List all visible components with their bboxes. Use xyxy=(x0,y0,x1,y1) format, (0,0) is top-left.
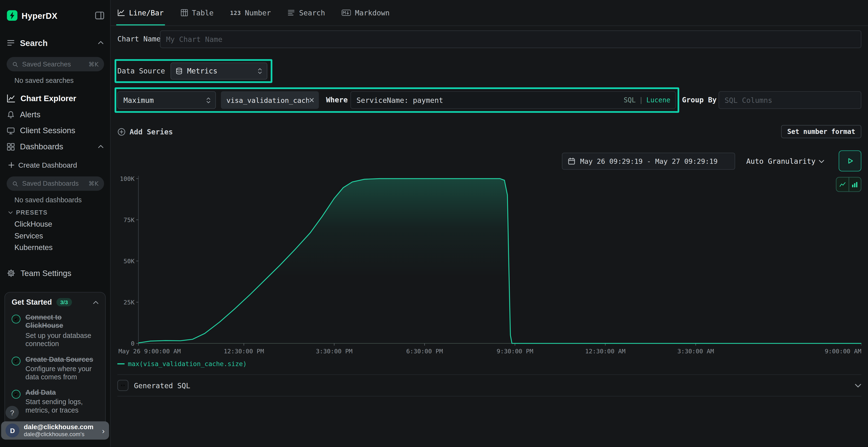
x-tick-label: 12:30:00 PM xyxy=(224,348,264,355)
check-circle-icon xyxy=(11,390,21,399)
lucene-mode-toggle[interactable]: Lucene xyxy=(646,96,671,104)
tab-label: Line/Bar xyxy=(129,9,164,17)
create-dashboard-button[interactable]: Create Dashboard xyxy=(8,160,77,170)
sidebar-item-label: Client Sessions xyxy=(20,126,75,135)
saved-dashboards-placeholder: Saved Dashboards xyxy=(22,180,79,187)
saved-searches-input[interactable]: Saved Searches ⌘K xyxy=(7,57,104,71)
search-section-header[interactable]: Search xyxy=(7,37,104,49)
sidebar-item-client-sessions[interactable]: Client Sessions xyxy=(7,125,104,137)
brand[interactable]: HyperDX xyxy=(7,10,58,21)
metric-line-chart[interactable]: 025K50K75K100KMay 26 9:00:00 AM12:30:00 … xyxy=(117,175,862,358)
chevron-down-icon xyxy=(855,383,862,387)
presets-header[interactable]: PRESETS xyxy=(8,209,48,216)
metric-tag[interactable]: visa_validation_cach xyxy=(221,91,319,109)
sidebar-item-label: Dashboards xyxy=(20,142,63,151)
legend-label: max(visa_validation_cache.size) xyxy=(128,360,247,368)
data-source-select[interactable]: Metrics xyxy=(170,62,268,79)
step-title: Create Data Sources xyxy=(26,355,99,364)
get-started-step[interactable]: Connect to ClickHouse Set up your databa… xyxy=(11,314,98,348)
preset-item-kubernetes[interactable]: Kubernetes xyxy=(14,243,53,251)
x-tick-label: 12:30:00 AM xyxy=(585,348,625,355)
chart-legend[interactable]: max(visa_validation_cache.size) xyxy=(117,360,247,368)
mode-divider: | xyxy=(639,96,643,104)
user-email: dale@clickhouse.com xyxy=(24,423,94,431)
legend-swatch xyxy=(117,363,125,365)
x-tick-label: May 26 9:00:00 AM xyxy=(118,348,181,355)
get-started-step[interactable]: Add Data Start sending logs, metrics, or… xyxy=(11,388,98,414)
sidebar-item-label: Team Settings xyxy=(21,269,71,278)
tab-line-bar[interactable]: Line/Bar xyxy=(117,0,164,26)
check-circle-icon xyxy=(11,356,21,365)
chart-area: 025K50K75K100KMay 26 9:00:00 AM12:30:00 … xyxy=(117,175,862,358)
calendar-icon xyxy=(568,158,575,165)
series-area xyxy=(138,179,861,343)
step-title: Add Data xyxy=(26,388,99,397)
sidebar-item-dashboards[interactable]: Dashboards xyxy=(7,140,104,153)
date-range-value: May 26 09:29:19 - May 27 09:29:19 xyxy=(580,157,717,165)
chevron-right-icon: › xyxy=(102,426,105,435)
generated-sql-section[interactable]: Generated SQL xyxy=(117,374,862,397)
step-desc: Set up your database connection xyxy=(26,332,99,348)
database-icon xyxy=(176,67,183,75)
search-icon xyxy=(12,61,18,67)
user-org: dale@clickhouse.com's xyxy=(24,431,94,438)
updown-chevrons-icon xyxy=(257,67,262,75)
chevron-down-icon xyxy=(819,160,824,163)
sidebar: HyperDX Search Saved Searches ⌘K No save… xyxy=(0,0,111,447)
add-series-button[interactable]: Add Series xyxy=(117,127,173,137)
y-tick-label: 75K xyxy=(123,216,134,224)
generated-sql-label: Generated SQL xyxy=(134,381,190,389)
table-icon xyxy=(180,9,188,16)
step-desc: Start sending logs, metrics, or traces xyxy=(26,398,99,415)
chevron-down-icon xyxy=(8,211,12,214)
preset-item-services[interactable]: Services xyxy=(14,232,43,240)
date-range-picker[interactable]: May 26 09:29:19 - May 27 09:29:19 xyxy=(562,153,735,170)
run-query-button[interactable] xyxy=(839,150,861,171)
saved-searches-placeholder: Saved Searches xyxy=(22,60,71,68)
close-icon[interactable] xyxy=(309,97,314,103)
chart-name-input[interactable] xyxy=(160,30,862,48)
metric-name: visa_validation_cach xyxy=(226,96,309,104)
tab-markdown[interactable]: Markdown xyxy=(342,0,390,26)
sidebar-item-alerts[interactable]: Alerts xyxy=(7,108,104,121)
user-menu[interactable]: D dale@clickhouse.com dale@clickhouse.co… xyxy=(1,421,109,440)
updown-chevrons-icon xyxy=(206,97,211,104)
sidebar-item-team-settings[interactable]: Team Settings xyxy=(7,267,104,279)
chart-name-label: Chart Name xyxy=(117,30,161,47)
brand-name: HyperDX xyxy=(22,11,58,20)
aggregation-select[interactable]: Maximum xyxy=(117,91,216,109)
cmd-k-shortcut: ⌘K xyxy=(89,180,99,187)
x-tick-label: 9:00:00 AM xyxy=(825,348,861,355)
gear-icon xyxy=(7,269,16,278)
chart-explorer-icon xyxy=(7,94,16,103)
granularity-value: Auto Granularity xyxy=(746,157,816,165)
x-tick-label: 3:30:00 AM xyxy=(677,348,714,355)
preset-item-clickhouse[interactable]: ClickHouse xyxy=(14,220,52,228)
grid-icon xyxy=(7,142,15,150)
chevron-up-icon[interactable] xyxy=(93,301,99,304)
presets-label: PRESETS xyxy=(16,209,48,216)
y-tick-label: 100K xyxy=(120,175,135,182)
sidebar-item-chart-explorer[interactable]: Chart Explorer xyxy=(7,92,104,105)
aggregation-value: Maximum xyxy=(123,96,206,104)
group-by-input[interactable] xyxy=(718,91,861,109)
group-by-label: Group By xyxy=(682,91,717,108)
tab-table[interactable]: Table xyxy=(180,0,214,26)
sql-mode-toggle[interactable]: SQL xyxy=(624,96,636,104)
123-icon: 123 xyxy=(230,10,241,16)
plus-icon xyxy=(8,162,14,168)
tab-search[interactable]: Search xyxy=(287,0,325,26)
y-tick-label: 50K xyxy=(123,258,134,265)
line-chart-icon xyxy=(117,9,125,16)
granularity-select[interactable]: Auto Granularity xyxy=(742,153,829,170)
get-started-step[interactable]: Create Data Sources Configure where your… xyxy=(11,355,98,381)
help-button[interactable]: ? xyxy=(5,406,19,419)
saved-dashboards-input[interactable]: Saved Dashboards ⌘K xyxy=(7,176,104,191)
tab-number[interactable]: 123 Number xyxy=(230,0,271,26)
step-desc: Configure where your data comes from xyxy=(26,365,99,381)
set-number-format-button[interactable]: Set number format xyxy=(781,125,862,138)
data-source-label: Data Source xyxy=(117,62,165,79)
monitor-icon xyxy=(7,127,15,135)
sidebar-collapse-icon[interactable] xyxy=(95,10,105,21)
x-tick-label: 3:30:00 PM xyxy=(316,348,352,355)
